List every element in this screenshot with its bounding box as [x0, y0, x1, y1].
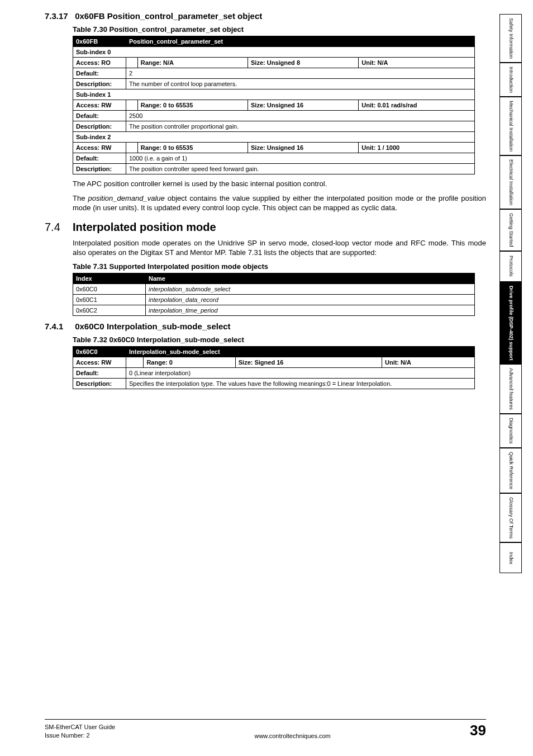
sub2-size: Size: Unsigned 16 [248, 143, 358, 153]
sub2-default: 1000 (i.e. a gain of 1) [126, 153, 475, 164]
sub1-label: Sub-index 1 [73, 89, 475, 100]
sub0-desc-lab: Description: [73, 79, 126, 89]
tab-protocols[interactable]: Protocols [499, 251, 522, 282]
row1-name: interpolation_data_record [146, 294, 475, 305]
row0-name: interpolation_submode_select [146, 284, 475, 294]
unit: Unit: N/A [382, 357, 474, 367]
desc: Specifies the interpolation type. The va… [126, 378, 475, 389]
th-index: Index [73, 273, 146, 284]
row0-idx: 0x60C0 [73, 284, 146, 294]
table-7-32-caption: Table 7.32 0x60C0 Interpolation_sub-mode… [73, 336, 486, 344]
sub0-range: Range: N/A [137, 58, 248, 68]
section-title: 0x60FB Position_control_parameter_set ob… [75, 11, 262, 21]
table-7-31-caption: Table 7.31 Supported Interpolated positi… [73, 262, 486, 271]
sub0-default: 2 [126, 68, 475, 79]
sidebar-tabs: Safety Information Introduction Mechanic… [499, 14, 522, 573]
sub1-access: Access: RW [73, 100, 126, 111]
row2-idx: 0x60C2 [73, 305, 146, 315]
heading-7-4-1: 7.4.1 0x60C0 Interpolation_sub-mode_sele… [45, 322, 486, 331]
hdr-name: Position_control_parameter_set [126, 36, 475, 47]
row2-name: interpolation_time_period [146, 305, 475, 315]
sub2-range: Range: 0 to 65535 [137, 143, 248, 153]
sub1-default: 2500 [126, 111, 475, 121]
default: 0 (Linear interpolation) [126, 367, 475, 378]
footer-issue: Issue Number: 2 [45, 731, 115, 739]
sub0-default-lab: Default: [73, 68, 126, 79]
hdr-code: 0x60FB [73, 36, 126, 47]
sub2-desc: The position controller speed feed forwa… [126, 164, 475, 174]
default-lab: Default: [73, 367, 126, 378]
para-7-3-17-a: The APC position controller kernel is us… [73, 179, 486, 189]
sub0-access: Access: RO [73, 58, 126, 68]
tab-electrical-installation[interactable]: Electrical Installation [499, 155, 522, 209]
tab-drive-profile[interactable]: Drive profile (DSP-402) support [499, 282, 522, 365]
access: Access: RW [73, 357, 126, 367]
sub2-default-lab: Default: [73, 153, 126, 164]
desc-lab: Description: [73, 378, 126, 389]
sub1-desc: The position controller proportional gai… [126, 121, 475, 132]
page-number: 39 [470, 722, 486, 739]
row1-idx: 0x60C1 [73, 294, 146, 305]
tab-getting-started[interactable]: Getting Started [499, 209, 522, 251]
para-7-3-17-b: The position_demand_value object contain… [73, 193, 486, 213]
tab-advanced-features[interactable]: Advanced features [499, 364, 522, 414]
tab-quick-reference[interactable]: Quick Reference [499, 448, 522, 493]
sub2-unit: Unit: 1 / 1000 [359, 143, 475, 153]
sub0-label: Sub-index 0 [73, 47, 475, 58]
section-number-7-4: 7.4 [45, 221, 84, 234]
section-title: 0x60C0 Interpolation_sub-mode_select [75, 322, 230, 331]
hdr-name: Interpolation_sub-mode_select [126, 346, 475, 357]
sub2-access: Access: RW [73, 143, 126, 153]
table-7-30: 0x60FBPosition_control_parameter_set Sub… [73, 36, 475, 174]
sub1-range: Range: 0 to 65535 [137, 100, 248, 111]
tab-glossary[interactable]: Glossary Of Terms [499, 493, 522, 542]
tab-index[interactable]: Index [499, 542, 522, 573]
size: Size: Signed 16 [235, 357, 382, 367]
table-7-31: IndexName 0x60C0interpolation_submode_se… [73, 273, 475, 316]
sub1-size: Size: Unsigned 16 [248, 100, 358, 111]
tab-mechanical-installation[interactable]: Mechanical Installation [499, 97, 522, 155]
sub2-label: Sub-index 2 [73, 132, 475, 143]
sub1-default-lab: Default: [73, 111, 126, 121]
tab-safety-information[interactable]: Safety Information [499, 14, 522, 63]
para-7-4: Interpolated position mode operates on t… [73, 238, 486, 258]
sub0-size: Size: Unsigned 8 [248, 58, 358, 68]
sub0-unit: Unit: N/A [359, 58, 475, 68]
sub2-desc-lab: Description: [73, 164, 126, 174]
hdr-code: 0x60C0 [73, 346, 126, 357]
section-number: 7.3.17 [45, 11, 73, 21]
th-name: Name [146, 273, 475, 284]
table-7-30-caption: Table 7.30 Position_control_parameter_se… [73, 25, 486, 34]
table-7-32: 0x60C0Interpolation_sub-mode_select Acce… [73, 346, 475, 389]
page-footer: SM-EtherCAT User Guide Issue Number: 2 w… [45, 719, 486, 739]
footer-url: www.controltechniques.com [115, 733, 470, 739]
range: Range: 0 [144, 357, 235, 367]
sub1-desc-lab: Description: [73, 121, 126, 132]
sub1-unit: Unit: 0.01 rad/s/rad [359, 100, 475, 111]
footer-title: SM-EtherCAT User Guide [45, 723, 115, 731]
heading-7-4: Interpolated position mode [73, 221, 486, 234]
section-number: 7.4.1 [45, 322, 73, 331]
tab-introduction[interactable]: Introduction [499, 63, 522, 97]
heading-7-3-17: 7.3.17 0x60FB Position_control_parameter… [45, 11, 486, 21]
sub0-desc: The number of control loop parameters. [126, 79, 475, 89]
tab-diagnostics[interactable]: Diagnostics [499, 414, 522, 448]
